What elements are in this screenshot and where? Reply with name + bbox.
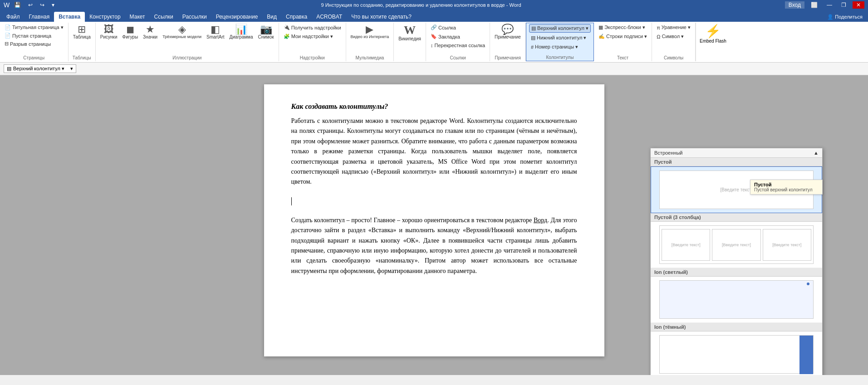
word-link[interactable]: Ворд	[534, 217, 547, 224]
ribbon-group-media: ▶ Видео из Интернета Мультимедиа	[346, 23, 394, 61]
header-footer-group-label: Колонтитулы	[546, 54, 574, 60]
header-selector-icon: ▤	[7, 66, 11, 72]
col3-preview: [Введите текст]	[763, 229, 811, 261]
equation-button[interactable]: π Уравнение ▾	[655, 24, 692, 31]
close-button[interactable]: ✕	[853, 1, 864, 9]
doc-page: Как создавать колонтитулы? Работать с ко…	[264, 84, 604, 356]
chart-button[interactable]: 📊 Диаграмма	[228, 24, 255, 40]
tab-search[interactable]: Что вы хотите сделать?	[347, 12, 416, 22]
comment-icon: 💬	[501, 24, 514, 34]
page-break-button[interactable]: ⊟ Разрыв страницы	[3, 40, 65, 48]
symbol-button[interactable]: Ω Символ ▾	[655, 33, 686, 40]
footer-button[interactable]: ▤ Нижний колонтитул ▾	[529, 34, 588, 42]
share-button[interactable]: 👤 Поделиться	[824, 12, 866, 22]
col2-preview: [Введите текст]	[712, 229, 760, 261]
bookmark-icon: 🔖	[431, 34, 437, 39]
title-page-button[interactable]: 📄 Титульная страница ▾	[3, 24, 65, 31]
media-group-label: Мультимедиа	[355, 54, 384, 60]
panel-item-ion-light[interactable]	[651, 277, 822, 323]
blank-page-button[interactable]: 📄 Пустая страница	[3, 32, 65, 39]
wikipedia-button[interactable]: W Википедия	[397, 24, 423, 42]
online-video-button[interactable]: ▶ Видео из Интернета	[349, 24, 391, 40]
ribbon-group-tables: ⊞ Таблица Таблицы	[69, 23, 96, 61]
section-ion-dark-label: Ion (тёмный)	[651, 323, 822, 331]
ribbon-group-links: 🔗 Ссылка 🔖 Закладка ↕ Перекрестная ссылк…	[426, 23, 490, 61]
express-blocks-icon: ▦	[598, 24, 603, 30]
ribbon-group-wiki: W Википедия	[394, 23, 426, 61]
cross-ref-button[interactable]: ↕ Перекрестная ссылка	[429, 42, 487, 49]
tab-home[interactable]: Главная	[25, 12, 54, 22]
blank-icon: 📄	[5, 33, 11, 39]
header-selector[interactable]: ▤ Верхний колонтитул ▾ ▾	[4, 64, 76, 73]
page-number-button[interactable]: # Номер страницы ▾	[529, 43, 580, 51]
tooltip-description: Пустой верхний колонтитул	[754, 187, 819, 192]
login-button[interactable]: Вход	[785, 1, 804, 9]
main-area: Как создавать колонтитулы? Работать с ко…	[0, 75, 868, 375]
quick-customize[interactable]: ▾	[49, 2, 57, 8]
my-addins-button[interactable]: 🧩 Мои надстройки ▾	[282, 33, 335, 40]
quick-redo[interactable]: ↪	[37, 2, 47, 8]
break-icon: ⊟	[5, 41, 9, 47]
table-button[interactable]: ⊞ Таблица	[71, 24, 93, 40]
smartart-button[interactable]: ◧ SmartArt	[205, 24, 226, 40]
ribbon: 📄 Титульная страница ▾ 📄 Пустая страница…	[0, 22, 868, 63]
signature-icon: ✍	[598, 34, 605, 39]
restore-button[interactable]: ⬜	[808, 2, 820, 8]
tab-review[interactable]: Рецензирование	[211, 12, 263, 22]
comment-button[interactable]: 💬 Примечание	[493, 24, 523, 40]
get-addins-button[interactable]: 🔌 Получить надстройки	[282, 24, 343, 31]
maximize-button[interactable]: ❐	[839, 2, 849, 8]
tab-insert[interactable]: Вставка	[54, 12, 85, 22]
header-button[interactable]: ▤ Верхний колонтитул ▾	[529, 24, 591, 33]
doc-paragraph-1: Работать с колонтитулами можно в текстов…	[291, 116, 577, 187]
quick-undo[interactable]: ↩	[25, 2, 35, 8]
tab-file[interactable]: Файл	[2, 12, 25, 22]
embed-flash-button[interactable]: ⚡ Embed Flash	[696, 23, 730, 61]
panel-item-ion-dark[interactable]	[651, 331, 822, 375]
footer-icon: ▤	[531, 35, 535, 41]
tables-group-label: Таблицы	[73, 54, 91, 60]
screenshot-icon: 📷	[260, 24, 272, 34]
ribbon-group-illustrations: 🖼 Рисунки ◼ Фигуры ★ Значки ◈ Трёхмерные…	[96, 23, 279, 61]
section-empty-label: Пустой	[651, 158, 822, 166]
col1-preview: [Введите текст]	[662, 229, 710, 261]
wiki-icon: W	[404, 24, 416, 36]
images-button[interactable]: 🖼 Рисунки	[98, 24, 119, 40]
tab-design[interactable]: Конструктор	[85, 12, 125, 22]
express-blocks-button[interactable]: ▦ Экспресс-блоки ▾	[597, 24, 647, 31]
icons-button[interactable]: ★ Значки	[141, 24, 159, 40]
text-group-label: Текст	[617, 54, 628, 60]
tab-acrobat[interactable]: ACROBAT	[312, 12, 347, 22]
bookmark-button[interactable]: 🔖 Закладка	[429, 33, 462, 40]
link-button[interactable]: 🔗 Ссылка	[429, 24, 458, 31]
cross-ref-icon: ↕	[431, 43, 433, 48]
screenshot-button[interactable]: 📷 Снимок	[256, 24, 276, 40]
3d-models-button[interactable]: ◈ Трёхмерные модели	[161, 24, 203, 40]
tab-layout[interactable]: Макет	[125, 12, 150, 22]
app-icon: W	[4, 1, 10, 9]
video-icon: ▶	[366, 24, 373, 34]
images-icon: 🖼	[104, 24, 114, 34]
panel-scroll-up[interactable]: ▲	[814, 150, 819, 156]
ribbon-group-symbols: π Уравнение ▾ Ω Символ ▾ Символы	[652, 23, 696, 61]
title-bar: W 💾 ↩ ↪ ▾ 9 Инструкция по созданию, реда…	[0, 0, 868, 10]
doc-heading: Как создавать колонтитулы?	[291, 102, 577, 111]
my-addins-icon: 🧩	[284, 34, 290, 39]
minimize-button[interactable]: —	[824, 2, 835, 8]
tab-mailings[interactable]: Рассылки	[178, 12, 211, 22]
illustrations-group-label: Иллюстрации	[172, 54, 201, 60]
title-bar-right: Вход ⬜ — ❐ ✕	[785, 1, 864, 9]
shapes-button[interactable]: ◼ Фигуры	[121, 24, 140, 40]
icons-icon: ★	[146, 24, 155, 34]
quick-save[interactable]: 💾	[11, 2, 24, 8]
symbol-icon: Ω	[657, 34, 660, 39]
tooltip-title: Пустой	[754, 182, 819, 187]
links-group-label: Ссылки	[450, 54, 466, 60]
tab-help[interactable]: Справка	[281, 12, 312, 22]
ribbon-group-header-footer: ▤ Верхний колонтитул ▾ ▤ Нижний колонтит…	[526, 23, 594, 61]
tab-references[interactable]: Ссылки	[150, 12, 178, 22]
tab-view[interactable]: Вид	[262, 12, 281, 22]
panel-item-3col[interactable]: [Введите текст] [Введите текст] [Введите…	[651, 222, 822, 268]
preview-ion-dark	[659, 335, 814, 374]
signature-lines-button[interactable]: ✍ Строки подписи ▾	[597, 33, 649, 40]
